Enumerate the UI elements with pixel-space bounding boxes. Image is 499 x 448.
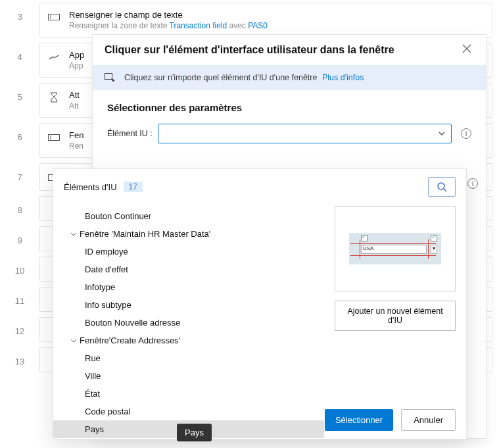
tree-item[interactable]: Ville bbox=[53, 367, 324, 385]
chevron-down-icon bbox=[70, 337, 77, 344]
search-button[interactable] bbox=[428, 177, 456, 197]
tree-item[interactable]: Info subtype bbox=[53, 296, 324, 314]
preview-checkbox bbox=[361, 235, 368, 241]
step-number: 3 bbox=[0, 0, 39, 22]
tooltip: Pays bbox=[177, 424, 212, 441]
cancel-button[interactable]: Annuler bbox=[401, 409, 456, 431]
textbox-icon bbox=[48, 132, 60, 143]
step-title: App bbox=[69, 50, 84, 60]
tree-parent-maintain-hr[interactable]: Fenêtre 'Maintain HR Master Data' bbox=[53, 225, 324, 243]
step-number: 8 bbox=[0, 193, 39, 215]
search-icon bbox=[437, 182, 447, 192]
step-subtitle: Renseigner la zone de texte Transaction … bbox=[69, 21, 268, 30]
cursor-icon bbox=[48, 51, 60, 63]
step-subtitle: App bbox=[69, 61, 84, 70]
step-title: Att bbox=[69, 90, 80, 100]
svg-rect-5 bbox=[105, 74, 112, 80]
tree-item[interactable]: Code postal bbox=[53, 403, 324, 420]
tree-item[interactable]: Bouton Continuer bbox=[53, 207, 324, 225]
tree-item[interactable]: Infotype bbox=[53, 278, 324, 296]
step-number: 5 bbox=[0, 80, 39, 102]
tree-item[interactable]: ID employé bbox=[53, 243, 324, 261]
ui-elements-popup: Éléments d'IU 17 i Bouton Continuer Fenê… bbox=[53, 168, 467, 439]
step-title: Renseigner le champ de texte bbox=[69, 10, 268, 20]
preview-field: USA bbox=[361, 245, 427, 254]
chevron-down-icon bbox=[438, 130, 446, 137]
element-count-badge: 17 bbox=[124, 182, 143, 192]
tree-item[interactable]: État bbox=[53, 385, 324, 403]
chevron-down-icon bbox=[70, 231, 77, 237]
picker-icon bbox=[105, 73, 116, 82]
step-subtitle: Att bbox=[69, 101, 80, 111]
ui-element-select[interactable] bbox=[158, 124, 452, 143]
step-number: 7 bbox=[0, 161, 39, 182]
step-link[interactable]: Transaction field bbox=[170, 21, 227, 30]
svg-point-6 bbox=[438, 183, 444, 189]
select-button[interactable]: Sélectionner bbox=[325, 409, 393, 431]
step-title: Fen bbox=[69, 130, 83, 140]
info-bar: Cliquez sur n'importe quel élément d'IU … bbox=[93, 65, 486, 90]
add-ui-element-button[interactable]: Ajouter un nouvel élément d'IU bbox=[335, 301, 456, 331]
step-number: 12 bbox=[0, 314, 39, 336]
param-label-ui-element: Élément IU : bbox=[107, 129, 153, 138]
tree-item[interactable]: Date d'effet bbox=[53, 261, 324, 278]
step-number: 13 bbox=[0, 345, 39, 366]
step-card-fill-text[interactable]: Renseigner le champ de texte Renseigner … bbox=[39, 3, 492, 37]
step-number: 10 bbox=[0, 254, 39, 276]
tree-parent-create-addresses[interactable]: Fenêtre'Create Addresses' bbox=[53, 332, 324, 349]
step-number: 6 bbox=[0, 120, 39, 142]
ui-elements-tree[interactable]: Bouton Continuer Fenêtre 'Maintain HR Ma… bbox=[53, 205, 324, 439]
popup-label: Éléments d'IU bbox=[64, 182, 117, 192]
svg-rect-2 bbox=[49, 135, 60, 141]
svg-line-7 bbox=[444, 189, 446, 191]
hourglass-icon bbox=[48, 91, 60, 103]
close-icon[interactable] bbox=[462, 44, 474, 56]
info-text: Cliquez sur n'importe quel élément d'IU … bbox=[124, 73, 317, 82]
step-number: 9 bbox=[0, 224, 39, 245]
step-number: 11 bbox=[0, 284, 39, 306]
step-link[interactable]: PAS0 bbox=[248, 21, 268, 30]
section-label: Sélectionner des paramètres bbox=[93, 90, 486, 120]
step-subtitle: Ren bbox=[69, 141, 83, 151]
tree-item[interactable]: Rue bbox=[53, 349, 324, 367]
textbox-icon bbox=[48, 11, 60, 23]
more-info-link[interactable]: Plus d'infos bbox=[322, 73, 364, 82]
step-number: 4 bbox=[0, 40, 39, 62]
svg-rect-0 bbox=[49, 14, 60, 20]
dialog-title: Cliquer sur l'élément d'interface utilis… bbox=[105, 44, 462, 56]
element-preview: USA ▾ bbox=[335, 206, 456, 291]
preview-checkbox bbox=[431, 235, 437, 241]
info-icon[interactable]: i bbox=[467, 178, 478, 189]
tree-item[interactable]: Bouton Nouvelle adresse bbox=[53, 314, 324, 332]
info-icon[interactable]: i bbox=[461, 128, 471, 139]
preview-dropdown: ▾ bbox=[431, 245, 437, 254]
